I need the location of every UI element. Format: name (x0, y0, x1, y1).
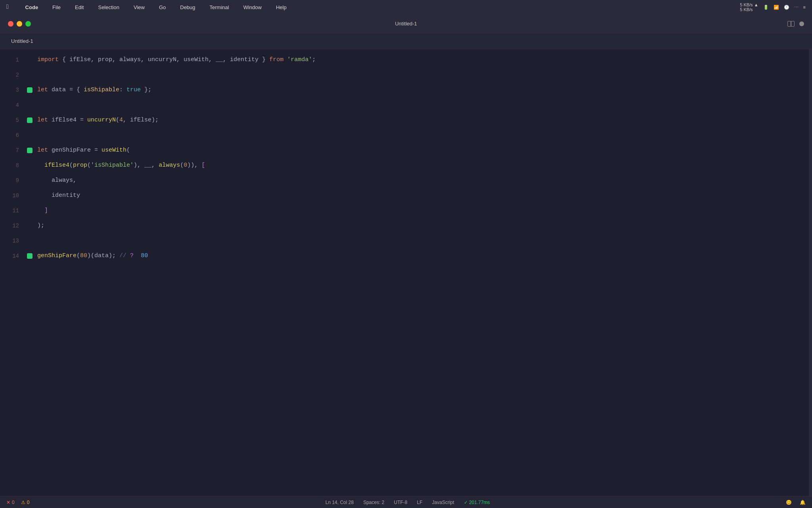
code-line-1: import { ifElse, prop, always, uncurryN,… (36, 52, 809, 67)
close-button[interactable] (8, 21, 13, 27)
editor: 1 2 3 4 5 6 7 8 9 10 11 12 13 14 import (0, 49, 812, 496)
menu-edit[interactable]: Edit (73, 4, 86, 11)
spaces-setting[interactable]: Spaces: 2 (363, 500, 384, 505)
error-count[interactable]: ✕ 0 (6, 500, 15, 505)
line-num-1: 1 (0, 52, 19, 67)
status-center: Ln 14, Col 28 Spaces: 2 UTF-8 LF JavaScr… (37, 500, 778, 505)
code-line-9: always, (36, 173, 809, 188)
gutter-13[interactable] (24, 233, 36, 248)
tab-bar: Untitled-1 (0, 33, 812, 49)
line-num-2: 2 (0, 67, 19, 83)
line-num-10: 10 (0, 188, 19, 203)
error-icon: ✕ (6, 500, 10, 505)
code-line-5: let ifElse4 = uncurryN ( 4 , ifElse); (36, 113, 809, 128)
gutter-11[interactable] (24, 203, 36, 218)
status-left: ✕ 0 ⚠ 0 (6, 500, 29, 505)
menu-window[interactable]: Window (241, 4, 264, 11)
gutter-14[interactable] (24, 248, 36, 264)
line-ending[interactable]: LF (417, 500, 423, 505)
code-line-6 (36, 128, 809, 143)
line-num-12: 12 (0, 218, 19, 233)
code-line-7: let genShipFare = useWith ( (36, 143, 809, 158)
breakpoint-14 (27, 253, 33, 259)
menu-file[interactable]: File (50, 4, 63, 11)
menu-go[interactable]: Go (157, 4, 168, 11)
kw-from: from (269, 52, 283, 67)
window-title: Untitled-1 (395, 21, 417, 27)
breakpoint-5 (27, 117, 33, 123)
code-line-12: ); (36, 218, 809, 233)
code-line-3: let data = { isShipable : true }; (36, 83, 809, 98)
warning-number: 0 (27, 500, 30, 505)
gutter-7[interactable] (24, 143, 36, 158)
line-num-11: 11 (0, 203, 19, 218)
editor-tab[interactable]: Untitled-1 (6, 38, 38, 44)
gutter-9[interactable] (24, 173, 36, 188)
traffic-lights (0, 21, 31, 27)
error-number: 0 (12, 500, 15, 505)
code-line-13 (36, 233, 809, 248)
apple-icon:  (6, 4, 10, 11)
gutter (24, 49, 36, 496)
line-numbers: 1 2 3 4 5 6 7 8 9 10 11 12 13 14 (0, 49, 24, 496)
gutter-4[interactable] (24, 98, 36, 113)
menu-selection[interactable]: Selection (96, 4, 121, 11)
encoding[interactable]: UTF-8 (394, 500, 408, 505)
menu-list-icon: ≡ (803, 5, 806, 10)
line-num-14: 14 (0, 248, 19, 264)
emoji-icon: 😊 (786, 500, 792, 505)
breakpoint-3 (27, 87, 33, 93)
window-title-bar: Untitled-1 (0, 14, 812, 33)
gutter-5[interactable] (24, 113, 36, 128)
gutter-8[interactable] (24, 158, 36, 173)
breakpoint-7 (27, 148, 33, 153)
gutter-1[interactable] (24, 52, 36, 67)
status-bar: ✕ 0 ⚠ 0 Ln 14, Col 28 Spaces: 2 UTF-8 LF… (0, 496, 812, 508)
cursor-position[interactable]: Ln 14, Col 28 (326, 500, 354, 505)
str-ramda: 'ramda' (287, 52, 312, 67)
line-num-9: 9 (0, 173, 19, 188)
menu-code[interactable]: Code (23, 4, 41, 11)
line-num-5: 5 (0, 113, 19, 128)
code-line-11: ] (36, 203, 809, 218)
settings-dot-icon[interactable] (799, 21, 804, 26)
gutter-12[interactable] (24, 218, 36, 233)
gutter-6[interactable] (24, 128, 36, 143)
line-num-3: 3 (0, 83, 19, 98)
warning-count[interactable]: ⚠ 0 (21, 500, 30, 505)
code-area[interactable]: import { ifElse, prop, always, uncurryN,… (36, 49, 809, 496)
menu-view[interactable]: View (131, 4, 147, 11)
time-icon: 🕐 (784, 5, 789, 10)
window-icons (787, 21, 804, 27)
line-num-13: 13 (0, 233, 19, 248)
maximize-button[interactable] (25, 21, 31, 27)
scrollbar[interactable] (809, 49, 812, 496)
code-line-10: identity (36, 188, 809, 203)
line-num-8: 8 (0, 158, 19, 173)
line-num-4: 4 (0, 98, 19, 113)
battery-icon: 🔋 (763, 5, 769, 10)
split-editor-icon[interactable] (787, 21, 795, 27)
gutter-3[interactable] (24, 83, 36, 98)
status-right: 😊 🔔 (786, 500, 806, 505)
code-line-2 (36, 67, 809, 83)
gutter-10[interactable] (24, 188, 36, 203)
minimize-button[interactable] (17, 21, 22, 27)
menu-terminal[interactable]: Terminal (207, 4, 232, 11)
kw-import: import (37, 52, 59, 67)
code-line-8: ifElse4 ( prop ( 'isShipable' ), __, alw… (36, 158, 809, 173)
menu-bar:  Code File Edit Selection View Go Debug… (0, 0, 812, 14)
line-num-6: 6 (0, 128, 19, 143)
perf-indicator: ✓ 201.77ms (464, 500, 490, 505)
gutter-2[interactable] (24, 67, 36, 83)
network-speed: 5 KB/s ▲5 KB/s (740, 2, 758, 12)
language-mode[interactable]: JavaScript (432, 500, 454, 505)
code-line-4 (36, 98, 809, 113)
system-status: 5 KB/s ▲5 KB/s 🔋 📶 🕐 ⋯ ≡ (740, 2, 806, 12)
wifi-icon: 📶 (774, 5, 779, 10)
code-line-14: genShipFare ( 80 )(data); // ? 80 (36, 248, 809, 264)
menu-help[interactable]: Help (274, 4, 289, 11)
warning-icon: ⚠ (21, 500, 25, 505)
menu-debug[interactable]: Debug (178, 4, 197, 11)
menu-extras: ⋯ (794, 5, 799, 10)
